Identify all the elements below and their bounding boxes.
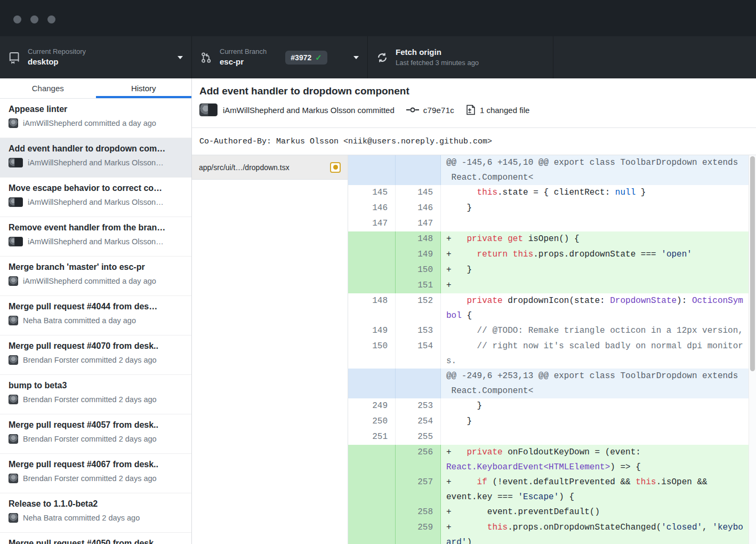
commit-list-item[interactable]: Add event handler to dropdown com…iAmWil… xyxy=(0,138,191,178)
close-window-button[interactable] xyxy=(13,15,21,23)
commit-list-item[interactable]: Merge pull request #4044 from des…Neha B… xyxy=(0,296,191,335)
new-line-number xyxy=(396,155,441,185)
diff-code-line: @@ -145,6 +145,10 @@ export class Toolba… xyxy=(441,155,749,185)
diff-row: 148+ private get isOpen() { xyxy=(348,231,749,247)
fetch-origin-button[interactable]: Fetch origin Last fetched 3 minutes ago xyxy=(368,36,553,78)
commit-list-item[interactable]: Merge branch 'master' into esc-priAmWill… xyxy=(0,257,191,296)
diff-code-line: // right now it's scaled badly on normal… xyxy=(441,339,749,369)
commit-list-item[interactable]: bump to beta3Brendan Forster committed 2… xyxy=(0,375,191,414)
commit-list-item[interactable]: Merge pull request #4070 from desk..Bren… xyxy=(0,335,191,375)
old-line-number: 147 xyxy=(348,216,396,231)
diff-code-line: // @TODO: Remake triangle octicon in a 1… xyxy=(441,323,749,339)
diff-code-line xyxy=(441,216,749,231)
repo-name: desktop xyxy=(28,57,86,67)
diff-scrollbar[interactable] xyxy=(749,155,756,544)
commit-list-item[interactable]: Remove event handler from the bran…iAmWi… xyxy=(0,217,191,257)
diff-row: 146146 } xyxy=(348,201,749,216)
diff-code-line: + if (!event.defaultPrevented && this.is… xyxy=(441,475,749,505)
diff-code-line: + } xyxy=(441,262,749,278)
avatar xyxy=(9,395,18,404)
diff-code-line: } xyxy=(441,414,749,429)
old-line-number xyxy=(348,247,396,262)
changed-files-panel: app/src/ui/t…/dropdown.tsx xyxy=(192,155,348,544)
branch-label: Current Branch xyxy=(220,47,267,56)
commit-meta: Brendan Forster committed 2 days ago xyxy=(23,356,157,364)
commit-meta: iAmWillShepherd committed a day ago xyxy=(23,119,156,127)
commit-title: Merge pull request #4050 from desk.. xyxy=(9,539,183,544)
minimize-window-button[interactable] xyxy=(30,15,38,23)
commit-sha[interactable]: c79e71c xyxy=(423,106,454,115)
old-line-number: 148 xyxy=(348,293,396,323)
commit-meta: Neha Batra committed 2 days ago xyxy=(23,514,140,522)
zoom-window-button[interactable] xyxy=(47,15,55,23)
pr-number-badge: #3972 ✓ xyxy=(285,51,327,65)
old-line-number: 250 xyxy=(348,414,396,429)
new-line-number: 149 xyxy=(396,247,441,262)
old-line-number: 251 xyxy=(348,429,396,445)
commit-list-item[interactable]: Merge pull request #4057 from desk..Bren… xyxy=(0,414,191,454)
git-commit-icon xyxy=(406,106,419,114)
old-line-number xyxy=(348,155,396,185)
commit-list-item[interactable]: Merge pull request #4067 from desk..Bren… xyxy=(0,454,191,493)
diff-row: 256+ private onFoldoutKeyDown = (event: … xyxy=(348,445,749,475)
diff-code-line: + xyxy=(441,278,749,293)
sync-icon xyxy=(376,51,388,64)
commit-list-item[interactable]: Move escape behavior to correct co…iAmWi… xyxy=(0,178,191,217)
avatar xyxy=(9,355,18,365)
fetch-label: Fetch origin xyxy=(396,47,479,58)
diff-code-line: @@ -249,6 +253,13 @@ export class Toolba… xyxy=(441,369,749,398)
diff-rows: @@ -145,6 +145,10 @@ export class Toolba… xyxy=(348,155,749,544)
commit-title: Remove event handler from the bran… xyxy=(9,223,183,233)
sidebar-tabbar: Changes History xyxy=(0,78,191,99)
branch-icon xyxy=(200,51,212,64)
diff-code-line: } xyxy=(441,398,749,414)
history-sidebar: Changes History Appease linteriAmWillShe… xyxy=(0,78,192,544)
new-line-number: 258 xyxy=(396,505,441,520)
old-line-number xyxy=(348,445,396,475)
diff-code-line: + this.props.onDropdownStateChanged('clo… xyxy=(441,520,749,544)
repo-label: Current Repository xyxy=(28,47,86,56)
current-branch-button[interactable]: Current Branch esc-pr #3972 ✓ xyxy=(192,36,368,78)
commit-meta: iAmWillShepherd and Markus Olsson… xyxy=(28,158,164,167)
diff-row: 150154 // right now it's scaled badly on… xyxy=(348,339,749,369)
fetch-status: Last fetched 3 minutes ago xyxy=(396,59,479,67)
old-line-number xyxy=(348,231,396,247)
new-line-number xyxy=(396,369,441,398)
old-line-number xyxy=(348,262,396,278)
old-line-number xyxy=(348,520,396,544)
diff-code-line: + return this.props.dropdownState === 'o… xyxy=(441,247,749,262)
avatar xyxy=(9,513,18,523)
old-line-number: 249 xyxy=(348,398,396,414)
new-line-number: 146 xyxy=(396,201,441,216)
commit-list-item[interactable]: Merge pull request #4050 from desk.. xyxy=(0,533,191,544)
avatar xyxy=(9,237,23,246)
diff-code-line: this.state = { clientRect: null } xyxy=(441,185,749,201)
tab-changes[interactable]: Changes xyxy=(0,78,96,98)
commit-title: Merge branch 'master' into esc-pr xyxy=(9,262,183,272)
new-line-number: 253 xyxy=(396,398,441,414)
commit-meta: Brendan Forster committed 2 days ago xyxy=(23,435,157,443)
old-line-number: 146 xyxy=(348,201,396,216)
diff-row: 249253 } xyxy=(348,398,749,414)
commit-list-item[interactable]: Release to 1.1.0-beta2Neha Batra committ… xyxy=(0,493,191,533)
current-repository-button[interactable]: Current Repository desktop xyxy=(0,36,192,78)
commit-list-item[interactable]: Appease linteriAmWillShepherd committed … xyxy=(0,99,191,138)
commit-meta: Brendan Forster committed 2 days ago xyxy=(23,395,157,404)
commit-title: Add event handler to dropdown com… xyxy=(9,144,183,154)
diff-row: 151+ xyxy=(348,278,749,293)
tab-history[interactable]: History xyxy=(96,78,192,98)
commit-title: Merge pull request #4067 from desk.. xyxy=(9,460,183,469)
old-line-number: 145 xyxy=(348,185,396,201)
new-line-number: 256 xyxy=(396,445,441,475)
pr-number: #3972 xyxy=(291,53,311,62)
commit-header: Add event handler to dropdown component … xyxy=(192,78,756,128)
new-line-number: 255 xyxy=(396,429,441,445)
file-modified-icon xyxy=(330,162,341,173)
diff-row: 258+ event.preventDefault() xyxy=(348,505,749,520)
scrollbar-thumb[interactable] xyxy=(750,156,755,371)
diff-row: 250254 } xyxy=(348,414,749,429)
avatar xyxy=(9,158,23,167)
new-line-number: 152 xyxy=(396,293,441,323)
avatar xyxy=(9,434,18,444)
file-list-item[interactable]: app/src/ui/t…/dropdown.tsx xyxy=(192,155,348,180)
